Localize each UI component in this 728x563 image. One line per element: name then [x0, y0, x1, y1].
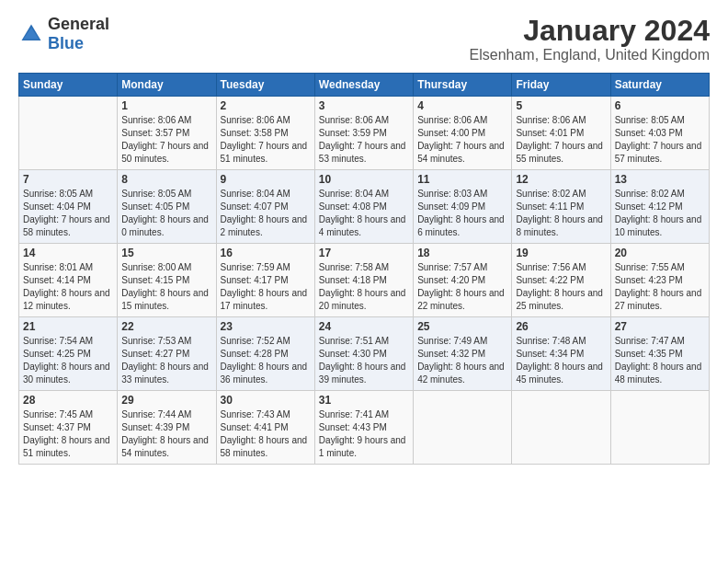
day-info: Sunrise: 7:59 AMSunset: 4:17 PMDaylight:…: [221, 261, 311, 313]
day-number: 19: [516, 247, 606, 259]
day-number: 27: [615, 320, 705, 333]
day-number: 22: [121, 320, 211, 333]
day-info: Sunrise: 8:06 AMSunset: 3:57 PMDaylight:…: [121, 114, 211, 166]
logo-text-blue: Blue: [48, 34, 84, 52]
day-info: Sunrise: 8:06 AMSunset: 3:58 PMDaylight:…: [221, 114, 311, 166]
day-number: 20: [615, 247, 705, 259]
col-monday: Monday: [118, 74, 216, 97]
day-number: 16: [221, 247, 311, 259]
day-number: 18: [417, 247, 507, 259]
table-row: 5 Sunrise: 8:06 AMSunset: 4:01 PMDayligh…: [512, 97, 610, 170]
location: Elsenham, England, United Kingdom: [470, 47, 711, 63]
day-info: Sunrise: 8:04 AMSunset: 4:08 PMDaylight:…: [319, 188, 409, 239]
table-row: 8 Sunrise: 8:05 AMSunset: 4:05 PMDayligh…: [118, 170, 216, 244]
table-row: 1 Sunrise: 8:06 AMSunset: 3:57 PMDayligh…: [118, 97, 216, 170]
table-row: 20 Sunrise: 7:55 AMSunset: 4:23 PMDaylig…: [610, 244, 709, 317]
day-number: 29: [121, 394, 211, 407]
day-info: Sunrise: 7:44 AMSunset: 4:39 PMDaylight:…: [121, 408, 211, 460]
day-number: 8: [121, 173, 211, 186]
table-row: 31 Sunrise: 7:41 AMSunset: 4:43 PMDaylig…: [314, 391, 413, 465]
calendar-week-row: 1 Sunrise: 8:06 AMSunset: 3:57 PMDayligh…: [19, 97, 710, 170]
day-info: Sunrise: 7:58 AMSunset: 4:18 PMDaylight:…: [319, 261, 409, 313]
day-info: Sunrise: 7:54 AMSunset: 4:25 PMDaylight:…: [23, 335, 113, 386]
day-info: Sunrise: 8:02 AMSunset: 4:12 PMDaylight:…: [615, 188, 705, 239]
day-number: 30: [221, 394, 311, 407]
day-info: Sunrise: 8:00 AMSunset: 4:15 PMDaylight:…: [121, 261, 211, 313]
header-row: Sunday Monday Tuesday Wednesday Thursday…: [19, 74, 710, 97]
col-saturday: Saturday: [610, 74, 709, 97]
calendar-table: Sunday Monday Tuesday Wednesday Thursday…: [18, 73, 710, 465]
day-info: Sunrise: 7:49 AMSunset: 4:32 PMDaylight:…: [417, 335, 507, 386]
day-number: 23: [221, 320, 311, 333]
table-row: 24 Sunrise: 7:51 AMSunset: 4:30 PMDaylig…: [314, 317, 413, 391]
header: General Blue January 2024 Elsenham, Engl…: [18, 15, 710, 63]
table-row: 6 Sunrise: 8:05 AMSunset: 4:03 PMDayligh…: [610, 97, 709, 170]
table-row: 19 Sunrise: 7:56 AMSunset: 4:22 PMDaylig…: [512, 244, 610, 317]
day-info: Sunrise: 8:04 AMSunset: 4:07 PMDaylight:…: [221, 188, 311, 239]
page: General Blue January 2024 Elsenham, Engl…: [0, 0, 728, 563]
day-number: 24: [319, 320, 409, 333]
day-info: Sunrise: 7:45 AMSunset: 4:37 PMDaylight:…: [23, 408, 113, 460]
day-number: 3: [319, 99, 409, 112]
day-number: 12: [516, 173, 606, 186]
day-info: Sunrise: 7:51 AMSunset: 4:30 PMDaylight:…: [319, 335, 409, 386]
day-number: 2: [221, 99, 311, 112]
day-info: Sunrise: 7:57 AMSunset: 4:20 PMDaylight:…: [417, 261, 507, 313]
title-block: January 2024 Elsenham, England, United K…: [470, 15, 711, 63]
day-info: Sunrise: 7:52 AMSunset: 4:28 PMDaylight:…: [221, 335, 311, 386]
day-info: Sunrise: 7:47 AMSunset: 4:35 PMDaylight:…: [615, 335, 705, 386]
col-thursday: Thursday: [414, 74, 512, 97]
table-row: 13 Sunrise: 8:02 AMSunset: 4:12 PMDaylig…: [610, 170, 709, 244]
table-row: 23 Sunrise: 7:52 AMSunset: 4:28 PMDaylig…: [216, 317, 314, 391]
table-row: 18 Sunrise: 7:57 AMSunset: 4:20 PMDaylig…: [414, 244, 512, 317]
day-number: 5: [516, 99, 606, 112]
day-info: Sunrise: 8:03 AMSunset: 4:09 PMDaylight:…: [417, 188, 507, 239]
day-number: 1: [121, 99, 211, 112]
table-row: [512, 391, 610, 465]
table-row: 21 Sunrise: 7:54 AMSunset: 4:25 PMDaylig…: [19, 317, 118, 391]
calendar-week-row: 21 Sunrise: 7:54 AMSunset: 4:25 PMDaylig…: [19, 317, 710, 391]
day-number: 31: [319, 394, 409, 407]
day-number: 28: [23, 394, 113, 407]
day-number: 14: [23, 247, 113, 259]
col-sunday: Sunday: [19, 74, 118, 97]
day-info: Sunrise: 7:53 AMSunset: 4:27 PMDaylight:…: [121, 335, 211, 386]
col-friday: Friday: [512, 74, 610, 97]
table-row: 16 Sunrise: 7:59 AMSunset: 4:17 PMDaylig…: [216, 244, 314, 317]
table-row: [19, 97, 118, 170]
table-row: 7 Sunrise: 8:05 AMSunset: 4:04 PMDayligh…: [19, 170, 118, 244]
day-number: 17: [319, 247, 409, 259]
day-number: 13: [615, 173, 705, 186]
col-wednesday: Wednesday: [314, 74, 413, 97]
table-row: 4 Sunrise: 8:06 AMSunset: 4:00 PMDayligh…: [414, 97, 512, 170]
month-title: January 2024: [470, 15, 711, 47]
day-info: Sunrise: 7:41 AMSunset: 4:43 PMDaylight:…: [319, 408, 409, 460]
day-number: 21: [23, 320, 113, 333]
table-row: 12 Sunrise: 8:02 AMSunset: 4:11 PMDaylig…: [512, 170, 610, 244]
calendar-week-row: 7 Sunrise: 8:05 AMSunset: 4:04 PMDayligh…: [19, 170, 710, 244]
table-row: [414, 391, 512, 465]
table-row: 2 Sunrise: 8:06 AMSunset: 3:58 PMDayligh…: [216, 97, 314, 170]
day-info: Sunrise: 8:05 AMSunset: 4:04 PMDaylight:…: [23, 188, 113, 239]
day-number: 11: [417, 173, 507, 186]
day-info: Sunrise: 7:55 AMSunset: 4:23 PMDaylight:…: [615, 261, 705, 313]
day-info: Sunrise: 8:05 AMSunset: 4:03 PMDaylight:…: [615, 114, 705, 166]
day-number: 10: [319, 173, 409, 186]
day-info: Sunrise: 7:56 AMSunset: 4:22 PMDaylight:…: [516, 261, 606, 313]
calendar-week-row: 14 Sunrise: 8:01 AMSunset: 4:14 PMDaylig…: [19, 244, 710, 317]
day-info: Sunrise: 8:01 AMSunset: 4:14 PMDaylight:…: [23, 261, 113, 313]
table-row: 28 Sunrise: 7:45 AMSunset: 4:37 PMDaylig…: [19, 391, 118, 465]
logo: General Blue: [18, 15, 109, 53]
day-number: 6: [615, 99, 705, 112]
table-row: 30 Sunrise: 7:43 AMSunset: 4:41 PMDaylig…: [216, 391, 314, 465]
day-info: Sunrise: 8:06 AMSunset: 3:59 PMDaylight:…: [319, 114, 409, 166]
table-row: 29 Sunrise: 7:44 AMSunset: 4:39 PMDaylig…: [118, 391, 216, 465]
day-info: Sunrise: 8:02 AMSunset: 4:11 PMDaylight:…: [516, 188, 606, 239]
day-number: 7: [23, 173, 113, 186]
day-number: 26: [516, 320, 606, 333]
day-number: 9: [221, 173, 311, 186]
table-row: [610, 391, 709, 465]
day-number: 4: [417, 99, 507, 112]
col-tuesday: Tuesday: [216, 74, 314, 97]
day-info: Sunrise: 8:06 AMSunset: 4:00 PMDaylight:…: [417, 114, 507, 166]
